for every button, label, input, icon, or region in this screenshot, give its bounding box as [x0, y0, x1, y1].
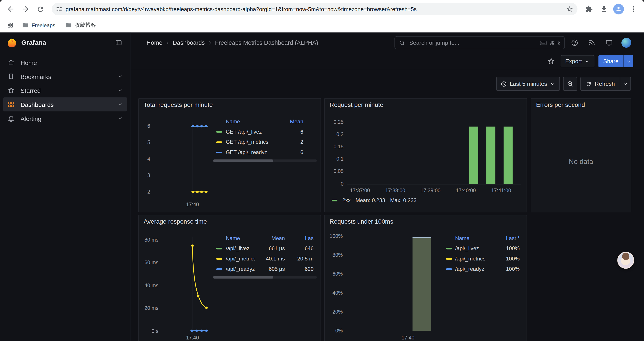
- monitor-icon: [606, 39, 613, 47]
- refresh-interval-button[interactable]: [620, 77, 630, 90]
- bookmark-folder-blogs[interactable]: 收藏博客: [62, 20, 99, 30]
- x-tick: 17:38:00: [383, 187, 408, 194]
- sidebar-item-home[interactable]: Home: [3, 56, 127, 70]
- panel-title[interactable]: Errors per second: [536, 101, 585, 108]
- time-range-picker[interactable]: Last 5 minutes: [496, 77, 560, 91]
- series-name[interactable]: /api/_metrics: [226, 256, 255, 262]
- clock-icon: [501, 81, 507, 87]
- floating-assistant-avatar[interactable]: [617, 252, 634, 269]
- home-icon: [8, 59, 15, 66]
- arrow-right-icon: [21, 5, 29, 13]
- reload-button[interactable]: [34, 3, 47, 16]
- panel-total-requests-per-minute: Total requests per minute 6 5 4 3 2 17:4…: [138, 98, 321, 213]
- back-button[interactable]: [4, 3, 17, 16]
- series-name[interactable]: /api/_readyz: [455, 266, 497, 272]
- chevron-right-icon: [165, 40, 170, 46]
- legend-column-last[interactable]: Last *: [497, 235, 520, 241]
- extensions-puzzle-icon: [585, 5, 593, 13]
- series-last: 100%: [497, 256, 520, 262]
- legend-column-mean[interactable]: Mean: [255, 235, 296, 241]
- sidebar-item-alerting[interactable]: Alerting: [3, 111, 127, 125]
- user-menu-button[interactable]: [620, 36, 633, 49]
- site-settings-icon[interactable]: [56, 6, 62, 12]
- address-bar[interactable]: grafana.mathmast.com/d/deytv4rwavabkb/fr…: [52, 3, 578, 15]
- bookmark-star-icon[interactable]: [566, 5, 574, 13]
- extensions-button[interactable]: [582, 3, 596, 16]
- panel-request-per-minute: Request per minute 0.25 0.2 0.15 0.1 0.0…: [324, 98, 527, 213]
- sidebar-toggle-button[interactable]: [113, 37, 124, 48]
- favorite-star-button[interactable]: [546, 56, 557, 67]
- news-rss-button[interactable]: [585, 36, 598, 49]
- chevron-down-icon[interactable]: [118, 102, 123, 107]
- y-tick: 0: [326, 181, 344, 187]
- series-name[interactable]: /api/_metrics: [455, 256, 497, 262]
- chevron-down-icon[interactable]: [118, 74, 123, 79]
- refresh-button[interactable]: Refresh: [581, 77, 620, 90]
- forward-button[interactable]: [19, 3, 32, 16]
- legend-column-name[interactable]: Name: [226, 235, 255, 241]
- grafana-logo[interactable]: [6, 37, 17, 48]
- series-color-swatch: [216, 151, 222, 153]
- series-name[interactable]: /api/_livez: [226, 245, 255, 251]
- panel-title[interactable]: Requests under 100ms: [330, 218, 393, 225]
- sidebar-item-bookmarks[interactable]: Bookmarks: [3, 69, 127, 83]
- scrollbar-thumb[interactable]: [213, 276, 273, 278]
- series-name[interactable]: /api/_readyz: [226, 266, 255, 272]
- browser-menu-button[interactable]: [627, 3, 640, 16]
- legend-header: Name Mean Las: [213, 233, 317, 243]
- time-range-label: Last 5 minutes: [510, 81, 547, 87]
- search-box[interactable]: ⌘+k: [394, 36, 565, 49]
- legend-column-mean[interactable]: Mean: [276, 118, 317, 124]
- brand-name: Grafana: [21, 39, 46, 47]
- share-button[interactable]: Share: [598, 55, 624, 67]
- sidebar-item-dashboards[interactable]: Dashboards: [3, 97, 127, 112]
- downloads-button[interactable]: [597, 3, 610, 16]
- legend-table: Name Last * /api/_livez 100% /api/_metri…: [446, 233, 520, 274]
- series-mean: 661 µs: [255, 245, 296, 251]
- help-icon: [571, 39, 578, 47]
- legend-header: Name Last *: [446, 233, 520, 243]
- chevron-down-icon[interactable]: [118, 88, 123, 93]
- tv-mode-button[interactable]: [602, 36, 616, 49]
- legend-inline: 2xx Mean: 0.233 Max: 0.233: [332, 197, 416, 203]
- bookmark-folder-freeleaps[interactable]: Freeleaps: [19, 21, 58, 30]
- series-color-swatch: [446, 268, 452, 270]
- legend-column-name[interactable]: Name: [455, 235, 497, 241]
- legend-column-name[interactable]: Name: [226, 118, 276, 124]
- chevron-down-icon: [623, 81, 628, 87]
- export-button[interactable]: Export: [561, 55, 594, 67]
- series-name[interactable]: GET /api/_metrics: [226, 139, 276, 145]
- series-name[interactable]: 2xx: [342, 197, 351, 203]
- sidebar-item-starred[interactable]: Starred: [3, 83, 127, 97]
- scrollbar-thumb[interactable]: [213, 160, 273, 162]
- panel-errors-per-second: Errors per second No data: [531, 98, 631, 213]
- sidebar: Grafana Home Bookmarks Starred: [0, 33, 131, 341]
- share-menu-button[interactable]: [624, 55, 633, 67]
- sidebar-item-label: Alerting: [20, 115, 118, 122]
- breadcrumb-home[interactable]: Home: [146, 40, 162, 46]
- y-tick: 0.25: [326, 119, 344, 125]
- chevron-down-icon[interactable]: [118, 115, 123, 121]
- url-text[interactable]: grafana.mathmast.com/d/deytv4rwavabkb/fr…: [66, 6, 563, 12]
- series-name[interactable]: GET /api/_readyz: [226, 149, 276, 155]
- series-last: 20.5 m: [296, 256, 317, 262]
- legend-column-last[interactable]: Las: [296, 235, 317, 241]
- profile-button[interactable]: [612, 3, 625, 16]
- series-name[interactable]: GET /api/_livez: [226, 129, 276, 135]
- legend-row: /api/_readyz 605 µs 620: [213, 264, 317, 274]
- help-button[interactable]: [568, 36, 581, 49]
- apps-grid-button[interactable]: [5, 20, 16, 31]
- breadcrumb-dashboards[interactable]: Dashboards: [173, 40, 205, 46]
- rss-icon: [588, 39, 596, 47]
- legend-row: /api/_readyz 100%: [446, 264, 520, 274]
- series-name[interactable]: /api/_livez: [455, 245, 497, 251]
- series-last: 620: [296, 266, 317, 272]
- zoom-out-button[interactable]: [563, 77, 577, 91]
- search-input[interactable]: [408, 39, 540, 47]
- series-mean: 6: [276, 129, 317, 135]
- y-tick: 0%: [326, 327, 343, 334]
- series-mean: Mean: 0.233: [356, 197, 385, 203]
- series-mean: 6: [276, 149, 317, 155]
- folder-icon: [22, 22, 29, 28]
- panel-title[interactable]: Request per minute: [330, 101, 384, 108]
